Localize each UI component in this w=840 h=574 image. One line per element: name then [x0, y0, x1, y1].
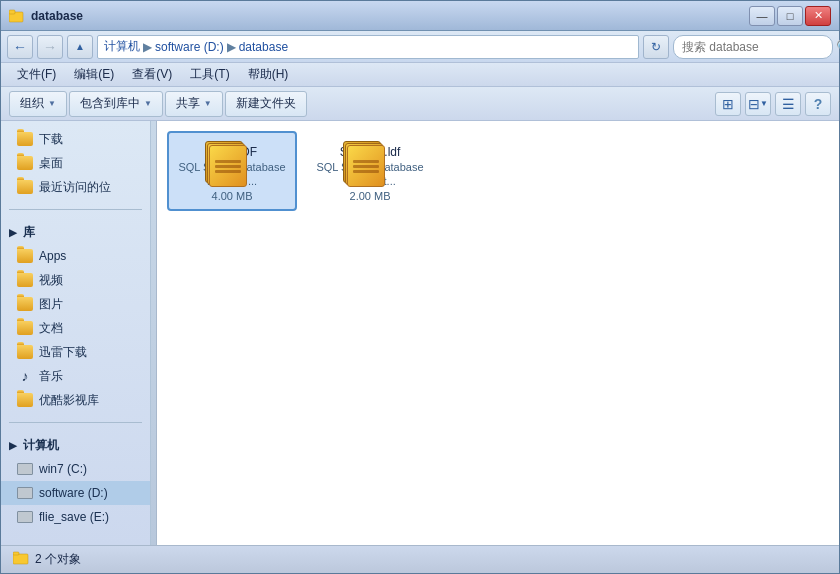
back-button[interactable]: ←: [7, 35, 33, 59]
view-pane-button[interactable]: ☰: [775, 92, 801, 116]
libraries-expand-icon[interactable]: ▶: [9, 227, 17, 238]
sidebar-item-desktop[interactable]: 桌面: [1, 151, 150, 175]
favorites-section: 下载 桌面 最近访问的位: [1, 121, 150, 205]
maximize-button[interactable]: □: [777, 6, 803, 26]
folder-icon-apps: [17, 249, 33, 263]
view-icon-button[interactable]: ⊟ ▼: [745, 92, 771, 116]
menu-tools[interactable]: 工具(T): [182, 64, 237, 85]
organize-arrow: ▼: [48, 99, 56, 108]
address-bar: ← → ▲ 计算机 ▶ software (D:) ▶ database ↻ 🔍: [1, 31, 839, 63]
music-icon: ♪: [17, 368, 33, 384]
folder-icon-pictures: [17, 297, 33, 311]
sidebar-item-drive-c-label: win7 (C:): [39, 462, 87, 476]
file-size-ldf: 2.00 MB: [313, 189, 427, 203]
db-line2: [215, 165, 241, 168]
sidebar: 下载 桌面 最近访问的位 ▶ 库: [1, 121, 151, 545]
sidebar-item-apps[interactable]: Apps: [1, 244, 150, 268]
db-line-ldf2: [353, 165, 379, 168]
forward-button[interactable]: →: [37, 35, 63, 59]
toolbar: 组织 ▼ 包含到库中 ▼ 共享 ▼ 新建文件夹 ⊞ ⊟ ▼ ☰ ?: [1, 87, 839, 121]
new-folder-button[interactable]: 新建文件夹: [225, 91, 307, 117]
up-button[interactable]: ▲: [67, 35, 93, 59]
drive-icon-d: [17, 487, 33, 499]
sidebar-item-drive-c[interactable]: win7 (C:): [1, 457, 150, 481]
computer-header: ▶ 计算机: [1, 433, 150, 457]
help-button[interactable]: ?: [805, 92, 831, 116]
db-main-ldf: [347, 145, 385, 187]
window-controls: — □ ✕: [749, 6, 831, 26]
file-item-mdf[interactable]: S_T.MDF SQL Server Database Primary ... …: [167, 131, 297, 211]
computer-section: ▶ 计算机 win7 (C:) software (D:) flie_save …: [1, 427, 150, 535]
breadcrumb-computer[interactable]: 计算机: [104, 38, 140, 55]
folder-icon-desktop: [17, 156, 33, 170]
folder-title-icon: [9, 8, 25, 24]
db-icon-ldf: [346, 139, 394, 141]
menu-bar: 文件(F) 编辑(E) 查看(V) 工具(T) 帮助(H): [1, 63, 839, 87]
view-preview-button[interactable]: ⊞: [715, 92, 741, 116]
sidebar-item-drive-d[interactable]: software (D:): [1, 481, 150, 505]
db-main: [209, 145, 247, 187]
sidebar-item-documents[interactable]: 文档: [1, 316, 150, 340]
breadcrumb-sep1: ▶: [143, 40, 152, 54]
include-arrow: ▼: [144, 99, 152, 108]
db-line-ldf1: [353, 160, 379, 163]
status-bar: 2 个对象: [1, 545, 839, 573]
organize-button[interactable]: 组织 ▼: [9, 91, 67, 117]
search-input[interactable]: [682, 40, 832, 54]
sidebar-divider-1: [9, 209, 142, 210]
main-window: database — □ ✕ ← → ▲ 计算机 ▶ software (D:)…: [0, 0, 840, 574]
breadcrumb[interactable]: 计算机 ▶ software (D:) ▶ database: [97, 35, 639, 59]
sidebar-item-video-label: 视频: [39, 272, 63, 289]
sidebar-item-youku[interactable]: 优酷影视库: [1, 388, 150, 412]
title-bar-left: database: [9, 8, 83, 24]
minimize-button[interactable]: —: [749, 6, 775, 26]
sidebar-item-drive-d-label: software (D:): [39, 486, 108, 500]
menu-help[interactable]: 帮助(H): [240, 64, 297, 85]
sidebar-item-thunder-label: 迅雷下载: [39, 344, 87, 361]
include-library-label: 包含到库中: [80, 95, 140, 112]
toolbar-right: ⊞ ⊟ ▼ ☰ ?: [715, 92, 831, 116]
menu-edit[interactable]: 编辑(E): [66, 64, 122, 85]
sidebar-item-drive-e[interactable]: flie_save (E:): [1, 505, 150, 529]
include-library-button[interactable]: 包含到库中 ▼: [69, 91, 163, 117]
sidebar-item-thunder[interactable]: 迅雷下载: [1, 340, 150, 364]
refresh-button[interactable]: ↻: [643, 35, 669, 59]
breadcrumb-folder[interactable]: database: [239, 40, 288, 54]
search-bar: 🔍: [673, 35, 833, 59]
computer-expand-icon[interactable]: ▶: [9, 440, 17, 451]
folder-icon-video: [17, 273, 33, 287]
breadcrumb-sep2: ▶: [227, 40, 236, 54]
title-bar: database — □ ✕: [1, 1, 839, 31]
file-item-ldf[interactable]: S_T_log.ldf SQL Server Database Transact…: [305, 131, 435, 211]
status-count: 2 个对象: [35, 551, 81, 568]
menu-file[interactable]: 文件(F): [9, 64, 64, 85]
sidebar-item-downloads-label: 下载: [39, 131, 63, 148]
svg-rect-1: [9, 10, 15, 14]
window-title: database: [31, 9, 83, 23]
sidebar-item-video[interactable]: 视频: [1, 268, 150, 292]
sidebar-item-apps-label: Apps: [39, 249, 66, 263]
file-size-mdf: 4.00 MB: [175, 189, 289, 203]
sidebar-item-desktop-label: 桌面: [39, 155, 63, 172]
sidebar-item-documents-label: 文档: [39, 320, 63, 337]
search-icon[interactable]: 🔍: [836, 39, 840, 54]
file-area: S_T.MDF SQL Server Database Primary ... …: [157, 121, 839, 545]
db-line3: [215, 170, 241, 173]
sidebar-item-music[interactable]: ♪ 音乐: [1, 364, 150, 388]
sidebar-item-downloads[interactable]: 下载: [1, 127, 150, 151]
folder-icon-downloads: [17, 132, 33, 146]
svg-rect-3: [13, 552, 19, 555]
sidebar-item-recent-label: 最近访问的位: [39, 179, 111, 196]
sidebar-item-recent[interactable]: 最近访问的位: [1, 175, 150, 199]
sidebar-item-pictures[interactable]: 图片: [1, 292, 150, 316]
menu-view[interactable]: 查看(V): [124, 64, 180, 85]
folder-icon-youku: [17, 393, 33, 407]
close-button[interactable]: ✕: [805, 6, 831, 26]
view-arrow: ▼: [760, 99, 768, 108]
libraries-header: ▶ 库: [1, 220, 150, 244]
folder-icon-recent: [17, 180, 33, 194]
db-line1: [215, 160, 241, 163]
sidebar-item-music-label: 音乐: [39, 368, 63, 385]
share-button[interactable]: 共享 ▼: [165, 91, 223, 117]
breadcrumb-drive[interactable]: software (D:): [155, 40, 224, 54]
